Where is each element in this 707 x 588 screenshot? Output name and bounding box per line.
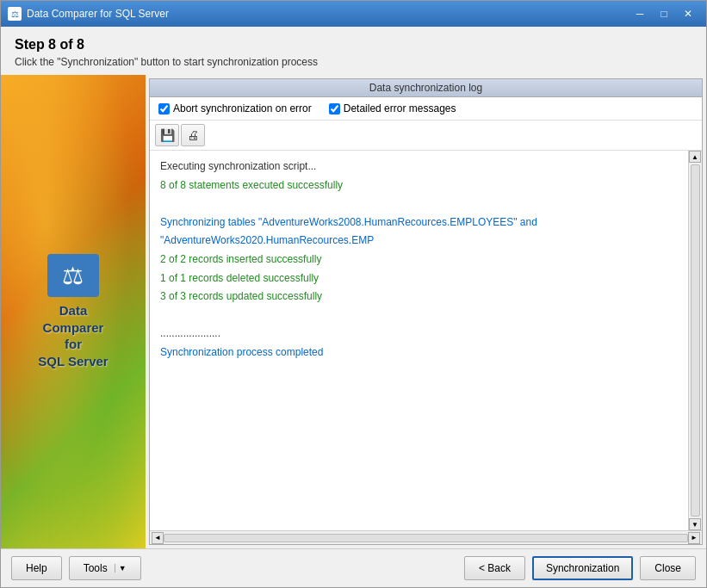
logo-symbol: ⚖	[62, 262, 84, 290]
log-line-7: 3 of 3 records updated successfully	[160, 288, 678, 306]
sync-log-panel: Data synchronization log Abort synchroni…	[149, 78, 703, 545]
scroll-down-arrow[interactable]: ▼	[689, 518, 701, 530]
back-button[interactable]: < Back	[464, 556, 525, 580]
print-icon: 🖨	[187, 128, 199, 142]
log-content: Executing synchronization script... 8 of…	[150, 151, 688, 530]
app-icon: ⚖	[8, 7, 22, 21]
scroll-left-arrow[interactable]: ◄	[152, 532, 164, 544]
sidebar: ⚖ Data Comparer for SQL Server	[1, 75, 146, 548]
close-button[interactable]: Close	[640, 556, 696, 580]
right-panel: Data synchronization log Abort synchroni…	[146, 75, 706, 548]
close-window-button[interactable]: ✕	[677, 5, 699, 22]
sidebar-logo: ⚖ Data Comparer for SQL Server	[38, 254, 108, 369]
log-line-2: 8 of 8 statements executed successfully	[160, 176, 678, 195]
tools-button[interactable]: Tools ▼	[69, 556, 141, 580]
log-line-5: 2 of 2 records inserted successfully	[160, 251, 678, 269]
step-title: Step 8 of 8	[15, 37, 692, 53]
abort-label: Abort synchronization on error	[173, 102, 312, 115]
log-line-9: .....................	[160, 325, 678, 344]
log-line-6: 1 of 1 records deleted successfully	[160, 269, 678, 288]
detailed-checkbox[interactable]	[329, 103, 340, 115]
sync-label: Synchronization	[546, 562, 619, 574]
vertical-scrollbar[interactable]: ▲ ▼	[688, 151, 702, 530]
horizontal-scrollbar[interactable]: ◄ ►	[150, 530, 702, 544]
content-area: Step 8 of 8 Click the "Synchronization" …	[1, 27, 706, 587]
scroll-right-arrow[interactable]: ►	[688, 532, 700, 544]
main-window: ⚖ Data Comparer for SQL Server ─ □ ✕ Ste…	[0, 0, 707, 588]
print-log-button[interactable]: 🖨	[181, 124, 205, 146]
sync-log-header: Data synchronization log	[150, 79, 702, 97]
back-label: < Back	[479, 562, 511, 574]
h-scroll-track[interactable]	[164, 534, 688, 542]
step-instruction: Click the "Synchronization" button to st…	[15, 56, 692, 68]
tools-label: Tools	[84, 562, 108, 574]
sync-options: Abort synchronization on error Detailed …	[150, 97, 702, 121]
scroll-up-arrow[interactable]: ▲	[689, 151, 701, 163]
logo-icon: ⚖	[47, 254, 99, 297]
help-label: Help	[26, 562, 47, 574]
maximize-button[interactable]: □	[653, 5, 675, 22]
main-section: ⚖ Data Comparer for SQL Server Data sync…	[1, 75, 706, 548]
log-line-10: Synchronization process completed	[160, 344, 678, 362]
log-line-8	[160, 306, 678, 325]
help-button[interactable]: Help	[11, 556, 62, 580]
abort-checkbox[interactable]	[158, 103, 170, 115]
log-line-1: Executing synchronization script...	[160, 158, 678, 176]
window-title: Data Comparer for SQL Server	[27, 8, 629, 20]
log-with-scroll: Executing synchronization script... 8 of…	[150, 151, 702, 530]
abort-option[interactable]: Abort synchronization on error	[158, 102, 312, 115]
tools-dropdown-arrow: ▼	[115, 564, 127, 573]
scroll-track[interactable]	[691, 164, 700, 517]
window-controls: ─ □ ✕	[629, 5, 699, 22]
close-label: Close	[654, 562, 681, 574]
log-line-4: Synchronizing tables "AdventureWorks2008…	[160, 214, 678, 251]
save-icon: 💾	[160, 128, 175, 142]
detailed-label: Detailed error messages	[344, 102, 456, 115]
synchronization-button[interactable]: Synchronization	[532, 556, 633, 580]
minimize-button[interactable]: ─	[629, 5, 651, 22]
title-bar: ⚖ Data Comparer for SQL Server ─ □ ✕	[1, 1, 706, 27]
log-line-3	[160, 195, 678, 214]
log-toolbar: 💾 🖨	[150, 121, 702, 151]
footer: Help Tools ▼ < Back Synchronization Clos…	[1, 548, 706, 587]
detailed-option[interactable]: Detailed error messages	[329, 102, 456, 115]
save-log-button[interactable]: 💾	[155, 124, 179, 146]
app-name: Data Comparer for SQL Server	[38, 302, 108, 369]
header-section: Step 8 of 8 Click the "Synchronization" …	[1, 27, 706, 75]
